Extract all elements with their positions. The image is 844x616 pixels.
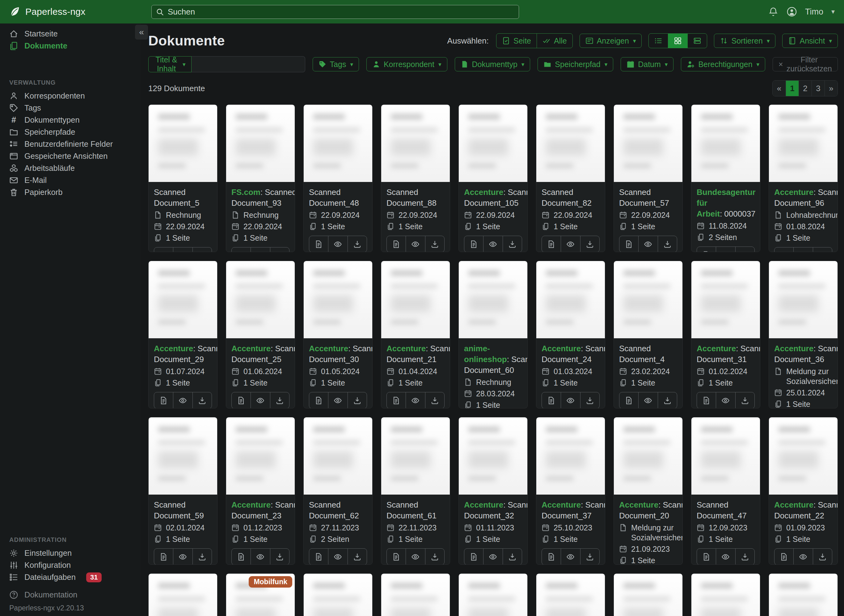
open-details-button[interactable] <box>309 549 328 565</box>
document-card[interactable]: Scanned Document_88 22.09.2024 1 Seite <box>381 104 450 252</box>
document-preview[interactable] <box>381 105 450 182</box>
download-button[interactable] <box>347 549 367 565</box>
filter-doctype-button[interactable]: Dokumenttyp ▾ <box>455 57 530 71</box>
preview-button[interactable] <box>328 236 347 252</box>
document-card[interactable]: Scanned Document_48 22.09.2024 1 Seite <box>303 104 372 252</box>
document-preview[interactable] <box>459 261 528 338</box>
document-title[interactable]: Accenture:Scanned Document_96 <box>774 187 832 208</box>
preview-button[interactable] <box>251 549 270 565</box>
preview-button[interactable] <box>561 392 580 408</box>
preview-button[interactable] <box>638 392 657 408</box>
open-details-button[interactable] <box>154 549 173 565</box>
open-details-button[interactable] <box>542 392 561 408</box>
document-card[interactable]: Accenture:Scanned Document_20 Meldung zu… <box>614 417 683 565</box>
select-page-button[interactable]: Seite <box>497 34 536 48</box>
user-menu[interactable]: Timo <box>805 7 823 17</box>
pagination-page-1[interactable]: 1 <box>785 81 799 96</box>
document-preview[interactable] <box>769 573 838 616</box>
preview-button[interactable] <box>561 549 580 565</box>
download-button[interactable] <box>735 549 755 565</box>
document-card[interactable] <box>614 573 683 616</box>
document-title[interactable]: Scanned Document_62 <box>309 500 367 521</box>
open-details-button[interactable] <box>697 392 716 408</box>
document-preview[interactable] <box>149 261 217 338</box>
document-title[interactable]: Accenture:Scanned Document_20 <box>619 500 677 521</box>
document-card[interactable] <box>303 573 372 616</box>
document-card[interactable] <box>148 573 217 616</box>
document-title[interactable]: Scanned Document_48 <box>309 187 367 208</box>
document-preview[interactable] <box>304 573 372 616</box>
download-button[interactable] <box>503 549 522 565</box>
document-preview[interactable] <box>149 573 217 616</box>
document-preview[interactable] <box>692 261 760 338</box>
document-card[interactable]: Accenture:Scanned Document_25 01.06.2024… <box>226 261 295 408</box>
document-title[interactable]: Scanned Document_82 <box>542 187 600 208</box>
document-preview[interactable] <box>536 261 605 338</box>
document-card[interactable] <box>536 573 605 616</box>
document-card[interactable]: Accenture:Scanned Document_31 01.02.2024… <box>691 261 760 408</box>
document-title[interactable]: FS.com:Scanned Document_93 <box>232 187 289 208</box>
sidebar-item-korrespondenten[interactable]: Korrespondenten <box>0 90 141 102</box>
download-button[interactable] <box>503 236 522 252</box>
document-card[interactable] <box>459 573 528 616</box>
preview-button[interactable] <box>716 549 735 565</box>
document-preview[interactable] <box>459 417 528 494</box>
open-details-button[interactable] <box>232 248 251 252</box>
document-card[interactable]: Scanned Document_61 22.11.2023 1 Seite <box>381 417 450 565</box>
document-preview[interactable] <box>459 105 528 182</box>
open-details-button[interactable] <box>542 236 561 252</box>
document-title[interactable]: Accenture:Scanned Document_36 <box>774 343 832 365</box>
document-card[interactable] <box>691 573 760 616</box>
open-details-button[interactable] <box>154 248 173 252</box>
document-preview[interactable] <box>304 261 372 338</box>
preview-button[interactable] <box>793 549 812 565</box>
document-title[interactable]: Accenture:Scanned Document_24 <box>542 343 600 365</box>
document-title[interactable]: Accenture:Scanned Document_23 <box>232 500 289 521</box>
preview-button[interactable] <box>173 248 192 252</box>
preview-button[interactable] <box>406 236 425 252</box>
sidebar-item-startseite[interactable]: Startseite <box>0 28 141 40</box>
open-details-button[interactable] <box>154 392 173 408</box>
search-input[interactable] <box>168 7 514 17</box>
sidebar-item-tags[interactable]: Tags <box>0 102 141 114</box>
sidebar-item-dokumente[interactable]: Dokumente <box>0 40 141 52</box>
document-card[interactable]: Accenture:Scanned Document_24 01.03.2024… <box>536 261 605 408</box>
filter-correspondent-button[interactable]: Korrespondent ▾ <box>366 57 447 71</box>
document-card[interactable]: Accenture:Scanned Document_105 22.09.202… <box>459 104 528 252</box>
preview-button[interactable] <box>251 392 270 408</box>
download-button[interactable] <box>658 392 677 408</box>
correspondent-link[interactable]: Accenture <box>697 344 736 353</box>
sidebar-item-speicherpfade[interactable]: Speicherpfade <box>0 126 141 138</box>
document-card[interactable]: Accenture:Scanned Document_22 01.09.2023… <box>769 417 838 565</box>
doctype-row[interactable]: Meldung zur Sozialversicherung <box>619 523 677 543</box>
correspondent-link[interactable]: Accenture <box>542 500 581 509</box>
document-preview[interactable] <box>149 105 217 182</box>
sidebar-collapse-button[interactable]: « <box>135 25 148 40</box>
document-card[interactable]: Accenture:Scanned Document_30 01.05.2024… <box>303 261 372 408</box>
tag-badge[interactable]: Mobilfunk <box>249 576 292 588</box>
document-preview[interactable] <box>536 105 605 182</box>
download-button[interactable] <box>735 392 755 408</box>
open-details-button[interactable] <box>620 236 638 252</box>
document-card[interactable]: Scanned Document_82 22.09.2024 1 Seite <box>536 104 605 252</box>
document-title[interactable]: Accenture:Scanned Document_25 <box>232 343 289 365</box>
sidebar-item-konfiguration[interactable]: Konfiguration <box>0 559 141 571</box>
show-dropdown-button[interactable]: Anzeigen ▾ <box>580 34 642 48</box>
document-preview[interactable] <box>536 417 605 494</box>
document-card[interactable]: Mobilfunk <box>226 573 295 616</box>
document-preview[interactable] <box>226 417 295 494</box>
sidebar-item-papierkorb[interactable]: Papierkorb <box>0 186 141 198</box>
document-preview[interactable] <box>614 573 683 616</box>
document-title[interactable]: Scanned Document_61 <box>387 500 444 521</box>
open-details-button[interactable] <box>464 236 483 252</box>
filter-storagepath-button[interactable]: Speicherpfad ▾ <box>538 57 613 71</box>
correspondent-link[interactable]: Accenture <box>232 500 271 509</box>
view-detail-button[interactable] <box>687 34 707 48</box>
document-preview[interactable]: Mobilfunk <box>226 573 295 616</box>
document-title[interactable]: Accenture:Scanned Document_105 <box>464 187 522 208</box>
correspondent-link[interactable]: Accenture <box>542 344 581 353</box>
document-card[interactable]: Accenture:Scanned Document_32 01.11.2023… <box>459 417 528 565</box>
document-preview[interactable] <box>226 261 295 338</box>
correspondent-link[interactable]: FS.com <box>232 188 261 197</box>
download-button[interactable] <box>580 549 599 565</box>
